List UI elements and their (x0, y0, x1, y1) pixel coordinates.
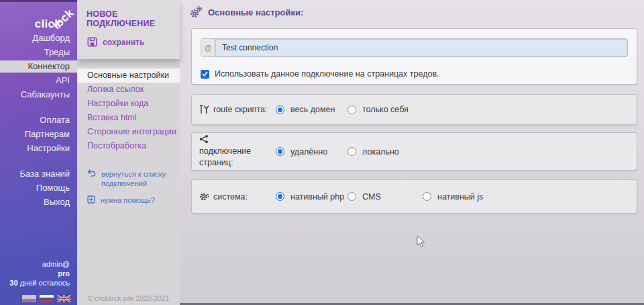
radio-selected-icon[interactable] (276, 192, 284, 201)
language-flag-muted-icon[interactable] (22, 295, 36, 302)
save-button[interactable]: сохранить (87, 37, 180, 47)
sidebar-item-payment[interactable]: Оплата (0, 113, 77, 127)
copyright: © clicklock.site 2020-2021 (77, 294, 180, 302)
connection-panel: НОВОЕ ПОДКЛЮЧЕНИЕ сохранить Основные нас… (77, 0, 180, 305)
language-switcher (22, 295, 71, 302)
radio-unselected-icon[interactable] (347, 192, 356, 201)
radio-local[interactable]: локально (347, 147, 399, 157)
app-window: click lock Дашборд Треды Коннектор API С… (0, 0, 644, 305)
checkbox-label: Использовать данное подключение на стран… (215, 69, 439, 79)
page-connection-card: подключение страниц: удалённо локально (191, 132, 637, 171)
account-info: admin@ pro 30 дней осталось (9, 259, 70, 288)
account-plan: pro (9, 269, 70, 278)
sidebar-item-logout[interactable]: Выход (0, 195, 77, 209)
sidebar-item-help[interactable]: Помощь (0, 181, 77, 195)
sidebar-item-connector[interactable]: Коннектор (0, 60, 77, 73)
language-flag-ru-icon[interactable] (40, 295, 54, 302)
gear-icon (199, 191, 209, 202)
share-icon (199, 134, 209, 144)
main-header: Основные настройки: (190, 6, 303, 18)
checkbox-checked-icon[interactable] (201, 70, 209, 79)
help-link-label: нужна помощь? (101, 195, 155, 205)
tab-integrations[interactable]: Сторонние интеграции (77, 125, 180, 139)
main-content: Основные настройки: @ Использовать данно… (180, 0, 644, 305)
radio-unselected-icon[interactable] (423, 192, 431, 201)
radio-remote[interactable]: удалённо (276, 147, 347, 157)
panel-title: НОВОЕ ПОДКЛЮЧЕНИЕ (77, 0, 180, 28)
need-help-link[interactable]: нужна помощь? (87, 195, 176, 205)
plus-box-icon (87, 195, 95, 204)
tab-main-settings[interactable]: Основные настройки (77, 69, 180, 83)
account-email: admin@ (9, 259, 70, 269)
gears-icon (190, 6, 203, 18)
connection-nav: Основные настройки Логика ссылок Настрой… (77, 69, 180, 153)
sidebar-item-dashboard[interactable]: Дашборд (0, 31, 77, 45)
radio-native-php[interactable]: нативный php (276, 192, 347, 202)
panel-header: НОВОЕ ПОДКЛЮЧЕНИЕ сохранить (77, 0, 180, 59)
tab-link-logic[interactable]: Логика ссылок (77, 83, 180, 97)
account-days-left: 30 дней осталось (9, 278, 70, 288)
radio-only-self[interactable]: только себя (347, 105, 409, 114)
page-connection-label: подключение страниц: (199, 134, 264, 169)
route-script-card: route скрипта: весь домен только себя (191, 94, 637, 125)
radio-unselected-icon[interactable] (347, 147, 356, 156)
tab-postprocessing[interactable]: Постобработка (77, 139, 180, 153)
save-button-label: сохранить (103, 38, 144, 47)
radio-selected-icon[interactable] (276, 105, 284, 114)
sidebar-item-settings[interactable]: Настройки (0, 141, 77, 155)
connection-name-group: @ (201, 38, 628, 57)
system-label: система: (199, 191, 276, 202)
at-prefix-icon: @ (201, 39, 215, 56)
language-flag-uk-icon[interactable] (57, 295, 71, 302)
tab-code-settings[interactable]: Настройки кода (77, 97, 180, 111)
sidebar-item-threads[interactable]: Треды (0, 45, 77, 59)
page-title: Основные настройки: (208, 7, 303, 17)
undo-arrow-icon (87, 169, 96, 177)
panel-links: вернуться к списку подключений нужна пом… (87, 169, 176, 212)
radio-unselected-icon[interactable] (347, 105, 356, 114)
sidebar-nav: Дашборд Треды Коннектор API Сабакаунты О… (0, 31, 77, 209)
tab-html-insert[interactable]: Вставка html (77, 111, 180, 125)
route-script-label: route скрипта: (199, 104, 276, 115)
back-to-connections-link[interactable]: вернуться к списку подключений (87, 169, 176, 188)
save-icon (87, 37, 97, 47)
back-link-label: вернуться к списку подключений (101, 169, 172, 188)
sidebar-item-partners[interactable]: Партнерам (0, 127, 77, 141)
system-card: система: нативный php CMS нативный js (191, 179, 637, 214)
sidebar-item-api[interactable]: API (0, 73, 77, 87)
route-icon (199, 104, 209, 115)
sidebar: click lock Дашборд Треды Коннектор API С… (0, 0, 77, 305)
connection-name-card: @ Использовать данное подключение на стр… (191, 28, 637, 85)
sidebar-item-knowledge-base[interactable]: База знаний (0, 167, 77, 181)
radio-selected-icon[interactable] (276, 147, 284, 156)
radio-whole-domain[interactable]: весь домен (276, 105, 347, 114)
use-on-thread-pages-checkbox-row[interactable]: Использовать данное подключение на стран… (201, 69, 439, 79)
connection-name-input[interactable] (215, 39, 627, 56)
sidebar-item-subaccounts[interactable]: Сабакаунты (0, 87, 77, 101)
radio-cms[interactable]: CMS (347, 192, 423, 202)
radio-native-js[interactable]: нативный js (423, 192, 483, 202)
